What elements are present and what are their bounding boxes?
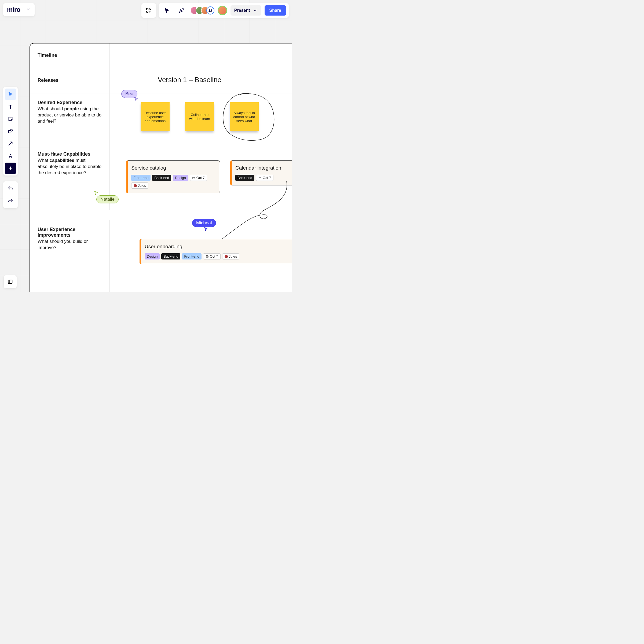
shape-icon <box>8 128 13 134</box>
row-title: User Experience Improvements <box>38 227 102 238</box>
row-desc: What should people using the product or … <box>38 106 102 125</box>
text-icon <box>8 104 13 109</box>
participant-count: 12 <box>206 6 214 14</box>
card-title: User onboarding <box>145 244 290 250</box>
svg-line-5 <box>182 9 182 9</box>
frames-panel-button[interactable] <box>4 275 17 288</box>
card-calendar-integration[interactable]: Calendar integration Back-end Oct 7 <box>230 160 292 185</box>
svg-line-7 <box>183 8 183 9</box>
confetti-icon <box>178 8 184 13</box>
arrow-tool[interactable] <box>5 138 16 149</box>
pen-tool[interactable] <box>5 150 16 162</box>
card-date: Oct 7 <box>256 175 273 181</box>
card-date: Oct 7 <box>203 253 221 259</box>
card-date: Oct 7 <box>190 175 207 181</box>
tag-design: Design <box>173 175 188 181</box>
svg-line-12 <box>9 142 12 145</box>
card-service-catalog[interactable]: Service catalog Front-end Back-end Desig… <box>126 160 220 193</box>
card-tags: Front-end Back-end Design Oct 7 Jules <box>131 175 215 189</box>
chevron-down-icon <box>26 7 31 13</box>
collab-cluster: 12 Present Share <box>159 3 289 18</box>
cursor-icon <box>164 8 170 13</box>
row-title: Releases <box>38 78 58 83</box>
tag-backend: Back-end <box>161 253 180 259</box>
row-desc: What capabilities must absolutely be in … <box>38 158 102 176</box>
tag-frontend: Front-end <box>182 253 201 259</box>
sticky-note[interactable]: Collaborate with the team <box>185 102 214 131</box>
share-button[interactable]: Share <box>265 5 286 16</box>
row-ux: User Experience Improvements What should… <box>30 220 292 292</box>
svg-marker-1 <box>149 8 151 10</box>
undo-button[interactable] <box>5 183 16 194</box>
tag-frontend: Front-end <box>131 175 151 181</box>
shape-tool[interactable] <box>5 126 16 137</box>
card-tags: Back-end Oct 7 <box>235 175 292 181</box>
tag-design: Design <box>145 253 160 259</box>
tag-backend: Back-end <box>235 175 254 181</box>
svg-rect-21 <box>259 177 261 179</box>
svg-rect-15 <box>8 280 12 284</box>
present-button[interactable]: Present <box>230 5 261 16</box>
add-tool[interactable] <box>5 163 16 174</box>
svg-rect-0 <box>147 8 148 10</box>
row-timeline: Timeline <box>30 43 292 68</box>
reactions-button[interactable] <box>176 5 187 16</box>
tool-toolbar <box>3 87 18 175</box>
arrow-icon <box>8 141 13 147</box>
user-cursor-micheal: Micheal <box>192 219 216 227</box>
avatar-dot <box>134 184 137 187</box>
row-title: Must-Have Capabilities <box>38 151 102 157</box>
calendar-icon <box>192 176 195 180</box>
calendar-icon <box>258 176 262 180</box>
divider <box>23 7 23 13</box>
frames-icon <box>7 279 13 285</box>
text-tool[interactable] <box>5 101 16 112</box>
card-assignee: Jules <box>131 182 148 189</box>
row-desired: Desired Experience What should people us… <box>30 93 292 145</box>
board-frame[interactable]: Timeline Releases Version 1 – Baseline D… <box>30 43 292 292</box>
undo-icon <box>8 186 13 192</box>
card-assignee: Jules <box>222 253 239 259</box>
board-menu[interactable]: miro <box>3 3 35 16</box>
svg-line-6 <box>183 9 183 10</box>
participant-avatars[interactable]: 12 <box>190 6 214 14</box>
pen-icon <box>8 153 13 159</box>
history-toolbar <box>3 181 18 208</box>
chevron-down-icon <box>253 8 258 13</box>
shapes-plus-icon <box>146 8 152 13</box>
redo-icon <box>8 198 13 204</box>
row-spacer <box>30 210 292 220</box>
svg-rect-23 <box>206 255 208 258</box>
plus-icon <box>8 165 13 171</box>
card-user-onboarding[interactable]: User onboarding Design Back-end Front-en… <box>140 239 292 264</box>
row-releases: Releases Version 1 – Baseline <box>30 68 292 93</box>
pointer-icon <box>8 91 13 97</box>
cursor-pointer-icon <box>204 227 209 232</box>
redo-button[interactable] <box>5 195 16 207</box>
sticky-tool[interactable] <box>5 113 16 125</box>
select-tool[interactable] <box>5 89 16 100</box>
card-title: Calendar integration <box>235 165 292 171</box>
brand-logo: miro <box>7 6 20 13</box>
release-title: Version 1 – Baseline <box>158 76 221 84</box>
apps-button[interactable] <box>141 3 156 18</box>
cursor-pointer-icon <box>94 191 99 195</box>
sticky-icon <box>8 116 13 122</box>
sticky-note[interactable]: Always feel in control of who sees what <box>230 102 259 131</box>
share-label: Share <box>269 8 281 13</box>
topbar: 12 Present Share <box>141 3 289 18</box>
row-musthave: Must-Have Capabilities What capabilities… <box>30 145 292 210</box>
self-avatar[interactable] <box>218 6 227 15</box>
cursor-mode-button[interactable] <box>161 5 173 16</box>
sticky-note[interactable]: Describe user experience and emotions <box>141 102 170 131</box>
avatar-dot <box>225 255 228 258</box>
user-cursor-natalie: Natalie <box>96 195 119 203</box>
tag-backend: Back-end <box>152 175 171 181</box>
row-title: Timeline <box>38 53 57 58</box>
svg-point-11 <box>10 129 12 131</box>
row-title: Desired Experience <box>38 100 102 105</box>
svg-rect-19 <box>193 177 195 179</box>
svg-point-2 <box>147 11 148 13</box>
card-title: Service catalog <box>131 165 215 171</box>
row-desc: What should you build or improve? <box>38 239 102 251</box>
